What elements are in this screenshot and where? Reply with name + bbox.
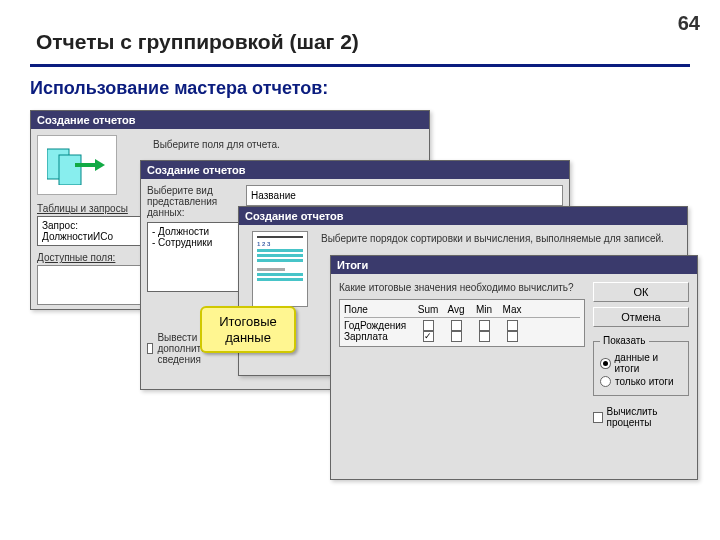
title-underline [30,64,690,67]
list-item[interactable]: - Сотрудники [152,237,235,248]
avg-checkbox[interactable] [451,331,462,342]
col-max: Max [498,304,526,315]
table-row: Зарплата [344,331,580,342]
window3-title: Создание отчетов [239,207,687,225]
radio-totals-only-label: только итоги [615,376,674,387]
window2-title: Создание отчетов [141,161,569,179]
w1-instruction: Выберите поля для отчета. [153,139,423,150]
callout-totals-data: Итоговые данные [200,306,296,353]
avg-checkbox[interactable] [451,320,462,331]
sum-checkbox[interactable] [423,331,434,342]
extra-info-checkbox[interactable] [147,343,153,354]
available-fields-list[interactable] [37,265,147,305]
row-field-name: Зарплата [344,331,414,342]
max-checkbox[interactable] [507,331,518,342]
row-field-name: ГодРождения [344,320,414,331]
show-group-label: Показать [600,335,649,346]
page-number: 64 [678,12,700,35]
max-checkbox[interactable] [507,320,518,331]
radio-data-and-totals[interactable] [600,358,611,369]
radio-data-and-totals-label: данные и итоги [615,352,682,374]
slide-subtitle: Использование мастера отчетов: [30,78,328,99]
tables-queries-label: Таблицы и запросы [37,203,147,214]
calc-percent-checkbox[interactable] [593,412,603,423]
window4-title: Итоги [331,256,697,274]
w3-instruction: Выберите порядок сортировки и вычисления… [321,233,681,244]
radio-totals-only[interactable] [600,376,611,387]
col-field: Поле [344,304,414,315]
tables-queries-dropdown[interactable]: Запрос: ДолжностиИСо [37,216,147,246]
wizard-window-4-totals: Итоги Какие итоговые значения необходимо… [330,255,698,480]
svg-rect-1 [59,155,81,185]
col-avg: Avg [442,304,470,315]
table-row: ГодРождения [344,320,580,331]
w2-instruction: Выберите вид представления данных: [147,185,240,218]
totals-table-header: Поле Sum Avg Min Max [344,304,580,315]
slide-title: Отчеты с группировкой (шаг 2) [36,30,359,54]
available-fields-label: Доступные поля: [37,252,147,263]
preview-field-name: Название [251,190,296,201]
col-sum: Sum [414,304,442,315]
list-item[interactable]: - Должности [152,226,235,237]
min-checkbox[interactable] [479,320,490,331]
calc-percent-label: Вычислить проценты [607,406,689,428]
w4-instruction: Какие итоговые значения необходимо вычис… [339,282,585,293]
layout-preview-thumb: 1 2 3 [252,231,308,307]
window1-title: Создание отчетов [31,111,429,129]
min-checkbox[interactable] [479,331,490,342]
col-min: Min [470,304,498,315]
cancel-button[interactable]: Отмена [593,307,689,327]
svg-marker-2 [95,159,105,171]
ok-button[interactable]: ОК [593,282,689,302]
w2-tables-list[interactable]: - Должности - Сотрудники [147,222,240,292]
preview-panel: Название [246,185,563,206]
sum-checkbox[interactable] [423,320,434,331]
wizard-stack: Создание отчетов Таблицы и запросы Запро… [30,110,695,500]
report-icon [37,135,117,195]
